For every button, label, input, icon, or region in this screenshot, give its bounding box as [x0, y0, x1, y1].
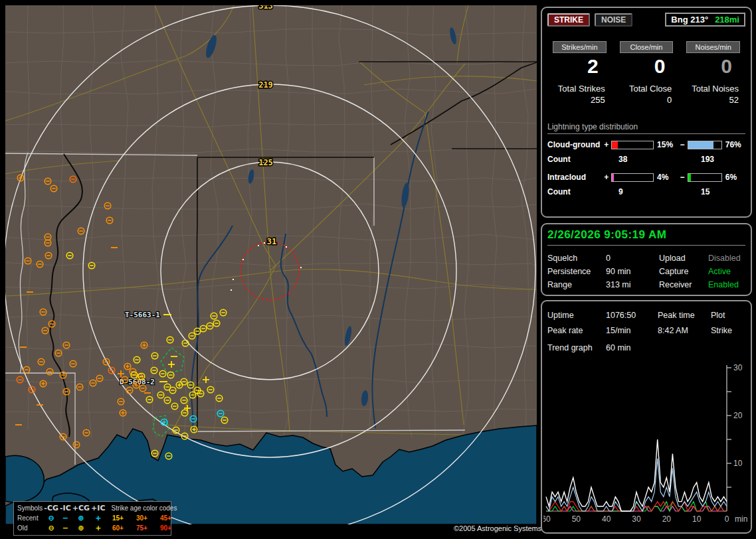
strike-button[interactable]: STRIKE — [547, 13, 590, 27]
svg-text:20: 20 — [733, 411, 743, 420]
total-close-label: Total Close — [613, 84, 680, 94]
uptime-value: 1076:50 — [606, 308, 658, 323]
svg-text:0: 0 — [725, 514, 729, 524]
cg-neg-old-icon: ⊖ — [43, 523, 59, 533]
close-per-min-value: 0 — [613, 53, 680, 80]
bearing-distance: 218mi — [715, 15, 739, 25]
svg-text:10: 10 — [733, 459, 743, 468]
peak-time-label: Peak time — [658, 308, 711, 323]
noise-dot — [264, 242, 265, 244]
noise-dot — [286, 246, 287, 248]
ic-pos-pct: 4% — [655, 173, 678, 182]
legend-age-title: Strike age color codes — [106, 503, 177, 513]
noise-dot — [233, 279, 234, 280]
total-close-value: 0 — [613, 95, 680, 105]
capture-label: Capture — [659, 265, 708, 278]
trend-series-CG- — [546, 459, 727, 511]
cg-count-label: Count — [547, 155, 610, 164]
noise-button[interactable]: NOISE — [595, 13, 632, 27]
persistence-value: 90 min — [606, 265, 659, 278]
cg-pos-bar — [611, 141, 654, 149]
ic-count-label: Count — [547, 187, 610, 196]
total-strikes-value: 255 — [546, 95, 613, 105]
trend-graph-value: 60 min — [606, 343, 672, 352]
plot-value: Strike — [711, 323, 752, 339]
cg-pos-old-icon: ⊕ — [72, 523, 90, 533]
legend-recent-label: Recent — [17, 513, 43, 523]
cg-neg-pct: 76% — [723, 140, 745, 149]
age-75: 75+ — [130, 523, 153, 533]
svg-text:40: 40 — [602, 514, 611, 524]
ic-neg-recent-icon: − — [59, 513, 72, 523]
trend-graph-label: Trend graph — [547, 343, 606, 352]
squelch-value: 0 — [606, 252, 659, 265]
ic-pos-old-icon: + — [90, 523, 106, 533]
age-60: 60+ — [106, 523, 130, 533]
noises-per-min-chip[interactable]: Noises/min — [686, 41, 740, 53]
svg-text:30: 30 — [632, 514, 641, 524]
svg-text:30: 30 — [733, 363, 743, 372]
trend-graph: 1020306050403020100min — [543, 360, 752, 531]
noise-dot — [242, 259, 244, 260]
strike-stats-panel: STRIKE NOISE Bng 213° 218mi Strikes/min … — [541, 7, 752, 218]
cg-pos-count: 38 — [610, 155, 700, 164]
ring-label-125: 125 — [258, 158, 273, 167]
ic-neg-pct: 6% — [723, 173, 745, 182]
cg-neg-bar — [688, 141, 722, 149]
peak-rate-label: Peak rate — [547, 323, 606, 339]
total-noises-value: 52 — [680, 95, 747, 105]
copyright-text: ©2005 Astrogenic Systems — [454, 524, 541, 532]
svg-text:20: 20 — [662, 514, 672, 524]
cloud-ground-label: Cloud-ground — [547, 140, 603, 149]
cg-pos-pct: 15% — [655, 140, 678, 149]
ic-pos-bar — [611, 173, 654, 182]
ic-neg-bar — [688, 173, 722, 182]
svg-text:10: 10 — [692, 514, 702, 524]
upload-status: Disabled — [708, 252, 755, 265]
noise-dot — [231, 289, 232, 291]
ic-pos-recent-icon: + — [90, 513, 106, 523]
intracloud-label: Intracloud — [547, 173, 603, 182]
legend-symbols-header: Symbols — [17, 503, 43, 513]
cg-pos-recent-icon: ⊕ — [72, 513, 90, 523]
peak-rate-value: 15/min — [606, 323, 658, 339]
bearing-readout: Bng 213° 218mi — [665, 13, 745, 27]
peak-time-value: 8:42 AM — [658, 323, 711, 339]
capture-status: Active — [708, 265, 755, 278]
receiver-label: Receiver — [659, 278, 708, 291]
strikes-per-min-chip[interactable]: Strikes/min — [553, 41, 607, 53]
ring-label-219: 219 — [258, 80, 273, 90]
range-label: Range — [547, 278, 606, 291]
receiver-status: Enabled — [708, 278, 755, 291]
map-symbol-legend: Symbols -CG -IC +CG +IC Strike age color… — [13, 501, 171, 536]
noises-per-min-value: 0 — [680, 53, 747, 80]
total-noises-label: Total Noises — [680, 84, 747, 94]
distribution-title: Lightning type distribution — [547, 122, 745, 134]
ic-neg-old-icon: − — [59, 523, 72, 533]
total-strikes-label: Total Strikes — [546, 84, 613, 94]
ring-label-313: 313 — [258, 5, 273, 11]
ring-label-31: 31 — [267, 237, 276, 246]
bearing-value: Bng 213° — [671, 15, 708, 25]
noise-dot — [300, 267, 302, 268]
range-value: 313 mi — [606, 278, 659, 291]
ic-pos-count: 9 — [610, 187, 700, 196]
lightning-map[interactable]: 31321912531T-5663-1D-5608-2 — [5, 5, 537, 524]
svg-text:60: 60 — [543, 514, 551, 524]
storm-cell-label: T-5663-1 — [125, 311, 160, 319]
ic-neg-count: 15 — [700, 187, 709, 196]
uptime-label: Uptime — [547, 308, 606, 323]
status-panel: 2/26/2026 9:05:19 AM Squelch 0 Upload Di… — [541, 223, 752, 296]
age-15: 15+ — [106, 513, 130, 523]
persistence-label: Persistence — [547, 265, 606, 278]
close-per-min-chip[interactable]: Close/min — [620, 41, 674, 53]
age-90: 90+ — [153, 523, 177, 533]
squelch-label: Squelch — [547, 252, 606, 265]
svg-text:50: 50 — [572, 514, 581, 524]
noise-dot — [258, 245, 259, 246]
legend-old-label: Old — [17, 523, 43, 533]
cg-neg-count: 193 — [700, 155, 714, 164]
cg-neg-recent-icon: ⊖ — [43, 513, 59, 523]
plot-label: Plot — [711, 308, 752, 323]
svg-text:min: min — [735, 514, 747, 524]
